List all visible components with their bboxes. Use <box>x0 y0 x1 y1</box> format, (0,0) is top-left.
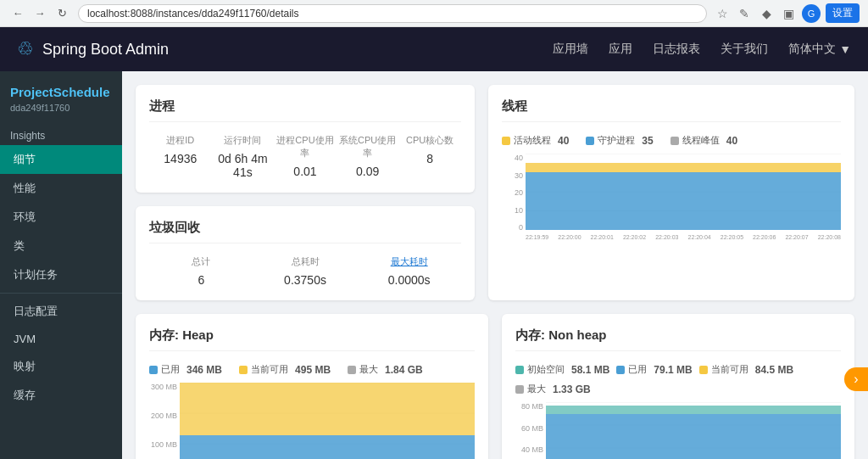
forward-button[interactable]: → <box>31 4 49 23</box>
nonheap-init-label: 初始空间 <box>527 363 565 376</box>
sidebar-app-name: ProjectSchedule <box>0 71 122 103</box>
heap-used-value: 346 MB <box>186 364 222 376</box>
app-nav: 应用墙 应用 日志报表 关于我们 简体中文 ▼ <box>553 42 851 57</box>
nonheap-used-label: 已用 <box>628 363 647 376</box>
process-pid: 进程ID 14936 <box>149 134 212 179</box>
lang-label: 简体中文 <box>788 42 836 57</box>
bookmark-icon[interactable]: ☆ <box>714 5 731 22</box>
thread-y-20: 20 <box>515 188 523 197</box>
nav-log[interactable]: 日志报表 <box>653 42 700 57</box>
svg-rect-11 <box>180 383 475 435</box>
nonheap-legend: 初始空间 58.1 MB 已用 79.1 MB 当前可用 84.5 MB <box>515 363 841 395</box>
sidebar-item-env[interactable]: 环境 <box>0 203 122 232</box>
nonheap-init-value: 58.1 MB <box>571 364 609 376</box>
back-button[interactable]: ← <box>8 4 27 23</box>
process-uptime-value: 0d 6h 4m 41s <box>212 152 275 179</box>
thread-chart-svg <box>526 154 841 230</box>
heap-chart-area: 22:19:59 22:20:00 22:20:01 22:20:02 22:2… <box>180 383 475 459</box>
process-pid-label: 进程ID <box>149 134 212 147</box>
heap-current-color <box>239 366 248 374</box>
svg-rect-6 <box>526 172 841 230</box>
nav-appwall[interactable]: 应用墙 <box>553 42 588 57</box>
heap-y-100: 100 MB <box>151 440 177 449</box>
gc-maxtime-label[interactable]: 最大耗时 <box>357 255 461 268</box>
heap-y-200: 200 MB <box>151 411 177 420</box>
nonheap-current-color <box>699 366 708 374</box>
svg-rect-5 <box>526 163 841 172</box>
lang-chevron-icon: ▼ <box>839 42 851 56</box>
sidebar-item-jvm[interactable]: JVM <box>0 326 122 352</box>
thread-x-1: 22:20:00 <box>558 234 581 240</box>
settings-button[interactable]: 设置 <box>826 3 860 23</box>
gc-stats: 总计 6 总耗时 0.3750s 最大耗时 0.0000s <box>149 255 461 287</box>
process-stats: 进程ID 14936 运行时间 0d 6h 4m 41s 进程CPU使用率 0.… <box>149 134 461 179</box>
active-thread-color <box>502 137 510 145</box>
process-card: 进程 进程ID 14936 运行时间 0d 6h 4m 41s 进程CPU使用率 <box>136 85 475 193</box>
nonheap-chart-area: 22:19:59 22:20:00 22:20:01 22:20:02 22:2… <box>546 402 841 459</box>
sidebar-item-cache[interactable]: 缓存 <box>0 381 122 410</box>
refresh-button[interactable]: ↻ <box>53 4 71 23</box>
peak-thread-color <box>670 137 679 145</box>
extension-icon[interactable]: ◆ <box>758 5 775 22</box>
svg-rect-18 <box>546 406 841 414</box>
gc-title: 垃圾回收 <box>149 220 461 243</box>
process-pid-value: 14936 <box>149 152 212 165</box>
nonheap-y-60: 60 MB <box>521 424 543 433</box>
heap-current-label: 当前可用 <box>251 363 288 376</box>
process-syscpu-label: 系统CPU使用率 <box>337 134 399 160</box>
app-logo: ♲ Spring Boot Admin <box>17 38 169 60</box>
nonheap-used-value: 79.1 MB <box>654 364 692 376</box>
nonheap-used-color <box>616 366 625 374</box>
nonheap-current-value: 84.5 MB <box>755 364 793 376</box>
heap-used-color <box>149 366 158 374</box>
heap-legend: 已用 346 MB 当前可用 495 MB 最大 1.84 GB <box>149 363 475 376</box>
row-1: 进程 进程ID 14936 运行时间 0d 6h 4m 41s 进程CPU使用率 <box>136 85 854 300</box>
daemon-thread-value: 35 <box>642 135 653 147</box>
gc-count: 总计 6 <box>149 255 253 287</box>
sidebar-item-logconfig[interactable]: 日志配置 <box>0 297 122 326</box>
heap-current-value: 495 MB <box>295 364 331 376</box>
sidebar-item-mapping[interactable]: 映射 <box>0 352 122 381</box>
memory-nonheap-card: 内存: Non heap 初始空间 58.1 MB 已用 79.1 MB <box>502 314 854 459</box>
gc-count-value: 6 <box>149 273 253 287</box>
logo-icon: ♲ <box>17 38 34 60</box>
nonheap-max-color <box>515 385 524 394</box>
thread-x-8: 22:20:07 <box>785 234 808 240</box>
active-thread-value: 40 <box>558 135 569 147</box>
process-cores: CPU核心数 8 <box>398 134 461 179</box>
heap-legend-max: 最大 1.84 GB <box>348 363 423 376</box>
nonheap-init-color <box>515 366 524 374</box>
lang-selector[interactable]: 简体中文 ▼ <box>788 42 851 57</box>
thread-x-6: 22:20:05 <box>721 234 743 240</box>
process-syscpu-value: 0.09 <box>337 165 399 178</box>
peak-thread-label: 线程峰值 <box>682 134 720 147</box>
heap-used-label: 已用 <box>161 363 180 376</box>
thread-x-2: 22:20:01 <box>591 234 614 240</box>
gc-count-label: 总计 <box>149 255 253 268</box>
nonheap-legend-init: 初始空间 58.1 MB <box>515 363 609 376</box>
sidebar-item-tasks[interactable]: 计划任务 <box>0 260 122 289</box>
star-icon[interactable]: ✎ <box>736 5 753 22</box>
nonheap-chart-container: 80 MB 60 MB 40 MB 20 MB 0 B <box>515 402 841 459</box>
gc-totaltime-value: 0.3750s <box>253 273 358 287</box>
window-icon[interactable]: ▣ <box>780 5 797 22</box>
legend-active: 活动线程 40 <box>502 134 569 147</box>
sidebar-item-class[interactable]: 类 <box>0 232 122 260</box>
nav-app[interactable]: 应用 <box>609 42 632 57</box>
heap-chart-container: 300 MB 200 MB 100 MB 0 B <box>149 383 475 459</box>
thread-x-4: 22:20:03 <box>655 234 678 240</box>
daemon-thread-label: 守护进程 <box>598 134 635 147</box>
scroll-right-button[interactable]: › <box>844 367 868 391</box>
profile-button[interactable]: G <box>802 4 821 23</box>
sidebar-insights-label: Insights <box>0 123 122 145</box>
gc-totaltime-label: 总耗时 <box>253 255 358 268</box>
sidebar-item-details[interactable]: 细节 <box>0 145 122 174</box>
sidebar-item-performance[interactable]: 性能 <box>0 174 122 203</box>
nonheap-current-label: 当前可用 <box>711 363 748 376</box>
thread-y-10: 10 <box>515 206 523 215</box>
url-bar[interactable]: localhost:8088/instances/dda249f11760/de… <box>78 4 707 23</box>
nonheap-max-label: 最大 <box>527 383 546 395</box>
browser-icons: ☆ ✎ ◆ ▣ G 设置 <box>714 3 860 23</box>
nav-about[interactable]: 关于我们 <box>721 42 768 57</box>
thread-x-0: 22:19:59 <box>526 234 548 240</box>
